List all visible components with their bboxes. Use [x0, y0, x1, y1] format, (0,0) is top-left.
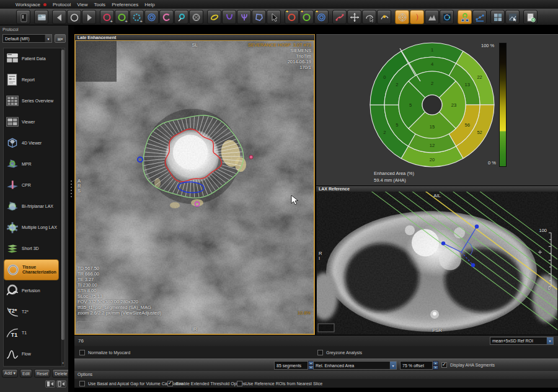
- scrollbar-thumb[interactable]: [61, 50, 64, 340]
- propagate-contour-red-icon[interactable]: ✦: [285, 10, 299, 24]
- offset-value[interactable]: 75 % offset: [400, 361, 433, 370]
- protocol-item-t2[interactable]: T2*T2*: [4, 301, 64, 323]
- protocol-item-series-overview[interactable]: Series Overview: [4, 91, 64, 112]
- menu-protocol[interactable]: Protocol: [53, 2, 71, 7]
- protocol-item-mpr[interactable]: MPR: [4, 154, 64, 175]
- late-enhancement-viewport[interactable]: SL SEVERANCE HOSP. 3.0T #73 SIEMENS Trio…: [75, 40, 314, 334]
- protocol-item-multiple-long-lax[interactable]: Multiple Long LAX: [4, 217, 64, 238]
- report-layout-icon[interactable]: [34, 10, 48, 24]
- axial-mri-image[interactable]: [317, 192, 557, 334]
- contour-hierarchy-icon[interactable]: [458, 10, 472, 24]
- draw-epicardial-contour-icon[interactable]: +: [115, 10, 129, 24]
- menu-help[interactable]: Help: [144, 2, 154, 7]
- offset-spinner[interactable]: 75 % offset ▲▼: [400, 361, 438, 370]
- flow-icon: [6, 347, 19, 361]
- pointer-tool-icon[interactable]: [267, 10, 281, 24]
- segment-crescent-icon[interactable]: [410, 10, 424, 24]
- segment-value: 0: [383, 74, 386, 80]
- protocol-item-tissue-characterization[interactable]: Tissue Characterization: [4, 259, 59, 280]
- basal-apical-gap-checkbox[interactable]: [79, 381, 85, 386]
- aha-bullseye-chart: 122522020413561252223155: [370, 43, 494, 167]
- protocol-item-short-3d[interactable]: Short 3D: [4, 238, 64, 259]
- nudge-contour-icon[interactable]: [362, 10, 376, 24]
- protocol-list-scrollbar[interactable]: ▾: [60, 48, 64, 366]
- step-forward-button[interactable]: [56, 380, 66, 388]
- draw-spline-icon[interactable]: [237, 10, 251, 24]
- reference-rois-checkbox[interactable]: [237, 381, 242, 386]
- draw-endocardial-contour-icon[interactable]: +: [100, 10, 114, 24]
- point-caliper-icon[interactable]: [472, 10, 487, 24]
- protocol-item-t1[interactable]: T1T1: [4, 323, 64, 344]
- t2-icon: T2*: [6, 305, 19, 319]
- reference-roi-select[interactable]: mean+5xSD Ref ROI ▾: [490, 337, 554, 345]
- segments-spinner[interactable]: 85 segments ▲▼: [274, 361, 314, 370]
- chevron-down-icon[interactable]: ▾: [45, 35, 51, 42]
- draw-freehand-icon[interactable]: [252, 10, 266, 24]
- delete-button[interactable]: Delete: [52, 369, 69, 378]
- scrollbar-down-icon[interactable]: ▾: [61, 360, 65, 365]
- protocol-item-4d-viewer[interactable]: 4D Viewer: [4, 133, 64, 154]
- protocol-item-perfusion[interactable]: Perfusion: [4, 280, 64, 301]
- toolbar-group: [395, 10, 454, 24]
- sequence-params-overlay: TD 567.50 TR 666.00 TE 3.27 TI 230.00 ST…: [78, 265, 161, 316]
- image-contour-overlay-icon[interactable]: [440, 10, 454, 24]
- select-circle-button[interactable]: [67, 10, 81, 24]
- previous-button[interactable]: [52, 10, 66, 24]
- draw-double-contour-icon[interactable]: [144, 10, 159, 24]
- step-back-button[interactable]: [45, 380, 55, 388]
- display-aha-checkbox[interactable]: [441, 362, 447, 368]
- chevron-down-icon[interactable]: ▾: [389, 362, 396, 369]
- workspace-panel-icon[interactable]: [16, 10, 30, 24]
- pull-curve-icon[interactable]: [377, 10, 391, 24]
- add-button[interactable]: Add ▾: [2, 369, 18, 378]
- new-report-icon[interactable]: [523, 10, 538, 24]
- protocol-item-patient-data[interactable]: Patient Data: [4, 48, 64, 69]
- spinner-arrows-icon[interactable]: ▲▼: [433, 361, 438, 370]
- greyzone-checkbox[interactable]: [317, 350, 323, 355]
- protocol-item-report[interactable]: Report: [4, 69, 64, 91]
- layout-image-icon[interactable]: [505, 10, 520, 24]
- measure-select[interactable]: Rel. Enhanced Area ▾: [313, 361, 397, 370]
- protocol-item-cpr[interactable]: CPR: [4, 175, 64, 196]
- next-button[interactable]: [82, 10, 96, 24]
- move-contour-icon[interactable]: [347, 10, 361, 24]
- protocol-preset-select[interactable]: Default (MR) ▾: [2, 34, 52, 43]
- reset-button[interactable]: Reset: [34, 369, 50, 378]
- histogram-icon[interactable]: [425, 10, 439, 24]
- enhanced-percent-overlay: 10.8%: [298, 310, 311, 316]
- slice-number-label: 76: [78, 338, 84, 344]
- protocol-item-bi-triplanar-lax[interactable]: Bi-/triplanar LAX: [4, 196, 64, 217]
- protocol-item-viewer[interactable]: Viewer: [4, 112, 64, 133]
- pink-marker-point[interactable]: [249, 155, 253, 159]
- menu-view[interactable]: View: [77, 2, 87, 7]
- polar-map-icon[interactable]: [395, 10, 409, 24]
- draw-ellipse-roi-icon[interactable]: [207, 10, 221, 24]
- menu-workspace[interactable]: Workspace: [16, 2, 40, 7]
- extended-threshold-checkbox[interactable]: [167, 381, 173, 386]
- protocol-item-flow[interactable]: Flow: [4, 344, 64, 365]
- menu-tools[interactable]: Tools: [94, 2, 105, 7]
- lax-reference-viewport[interactable]: AIL R I PSR 100 0: [317, 192, 557, 334]
- propagate-contour-green-icon[interactable]: ✦: [299, 10, 314, 24]
- propagate-contour-blue-icon[interactable]: ✦: [314, 10, 329, 24]
- protocol-step-list: Patient DataReportSeries OverviewViewer4…: [3, 48, 65, 367]
- protocol-item-label: Viewer: [22, 120, 60, 125]
- svg-text:T2*: T2*: [8, 308, 17, 314]
- sidebar-splitter[interactable]: [68, 25, 74, 392]
- sidebar-toggles: [45, 380, 66, 388]
- toolbar-group: [52, 10, 96, 24]
- draw-small-roi-icon[interactable]: [174, 10, 188, 24]
- draw-partial-contour-icon[interactable]: [159, 10, 174, 24]
- normalize-checkbox[interactable]: [79, 350, 85, 355]
- menu-preferences[interactable]: Preferences: [112, 2, 138, 7]
- draw-open-curve-icon[interactable]: [222, 10, 236, 24]
- protocol-menu-button[interactable]: ▤▾: [55, 34, 66, 43]
- edit-button[interactable]: Edit: [20, 369, 32, 378]
- draw-reference-roi-icon[interactable]: +: [130, 10, 144, 24]
- patient-data-icon: [6, 52, 19, 66]
- edit-curve-points-icon[interactable]: [332, 10, 347, 24]
- segments-value[interactable]: 85 segments: [274, 361, 308, 370]
- layout-grid-icon[interactable]: [490, 10, 505, 24]
- chevron-down-icon[interactable]: ▾: [546, 337, 553, 344]
- delete-contour-icon[interactable]: [189, 10, 203, 24]
